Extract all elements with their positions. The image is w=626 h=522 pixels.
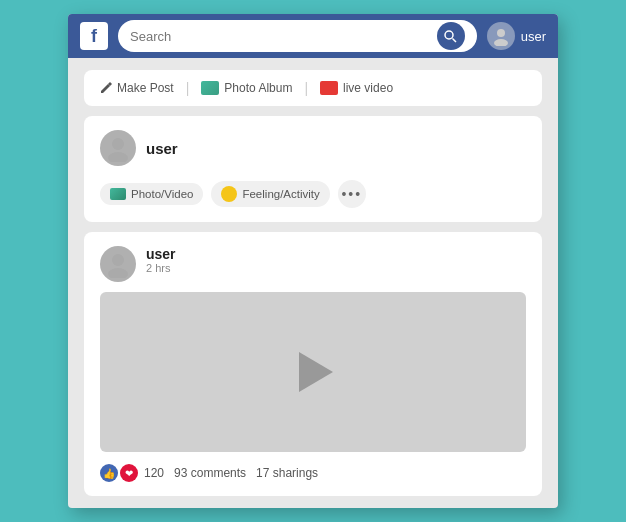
content-area: Make Post | Photo Album | live video: [68, 58, 558, 508]
photo-album-action[interactable]: Photo Album: [189, 81, 304, 95]
svg-point-0: [445, 31, 453, 39]
nav-user-label: user: [521, 29, 546, 44]
live-video-label: live video: [343, 81, 393, 95]
photo-video-icon: [110, 188, 126, 200]
post-header: user 2 hrs: [100, 246, 526, 282]
search-input[interactable]: [130, 29, 429, 44]
video-post-card: user 2 hrs 👍 ❤ 120 93 comments 17 sharin…: [84, 232, 542, 496]
browser-window: f user: [68, 14, 558, 508]
make-post-label: Make Post: [117, 81, 174, 95]
video-post-avatar: [100, 246, 136, 282]
play-triangle-icon: [299, 352, 333, 392]
search-icon: [444, 30, 457, 43]
post-actions-row: Photo/Video Feeling/Activity •••: [100, 180, 526, 208]
live-video-action[interactable]: live video: [308, 81, 405, 95]
feeling-icon: [221, 186, 237, 202]
facebook-logo: f: [80, 22, 108, 50]
video-post-user-name: user: [146, 246, 176, 262]
post-avatar: [100, 130, 136, 166]
photo-album-label: Photo Album: [224, 81, 292, 95]
svg-point-5: [108, 152, 128, 162]
svg-point-6: [112, 254, 124, 266]
search-button[interactable]: [437, 22, 465, 50]
avatar-icon: [491, 26, 511, 46]
feeling-activity-button[interactable]: Feeling/Activity: [211, 181, 329, 207]
action-bar: Make Post | Photo Album | live video: [84, 70, 542, 106]
video-icon: [320, 81, 338, 95]
svg-point-3: [494, 39, 508, 46]
post-create-box: user Photo/Video Feeling/Activity •••: [84, 116, 542, 222]
pencil-icon: [100, 82, 112, 94]
make-post-action[interactable]: Make Post: [100, 81, 186, 95]
svg-point-4: [112, 138, 124, 150]
love-icon: ❤: [120, 464, 138, 482]
post-user-info: user 2 hrs: [146, 246, 176, 274]
navbar: f user: [68, 14, 558, 58]
comments-count: 93 comments: [174, 466, 246, 480]
user-nav: user: [487, 22, 546, 50]
post-creator-name: user: [146, 140, 178, 157]
post-avatar-icon: [104, 134, 132, 162]
reaction-count: 120: [144, 466, 164, 480]
photo-icon: [201, 81, 219, 95]
search-bar[interactable]: [118, 20, 477, 52]
svg-point-2: [497, 29, 505, 37]
more-options-button[interactable]: •••: [338, 180, 366, 208]
photo-video-button[interactable]: Photo/Video: [100, 183, 203, 205]
sharings-count: 17 sharings: [256, 466, 318, 480]
post-time: 2 hrs: [146, 262, 176, 274]
svg-line-1: [453, 38, 457, 42]
play-button[interactable]: [293, 352, 333, 392]
video-thumbnail[interactable]: [100, 292, 526, 452]
video-post-avatar-icon: [104, 250, 132, 278]
reaction-icons: 👍 ❤: [100, 464, 138, 482]
like-icon: 👍: [100, 464, 118, 482]
avatar: [487, 22, 515, 50]
post-user-row: user: [100, 130, 526, 166]
svg-point-7: [108, 268, 128, 278]
reactions-row: 👍 ❤ 120 93 comments 17 sharings: [100, 464, 526, 482]
